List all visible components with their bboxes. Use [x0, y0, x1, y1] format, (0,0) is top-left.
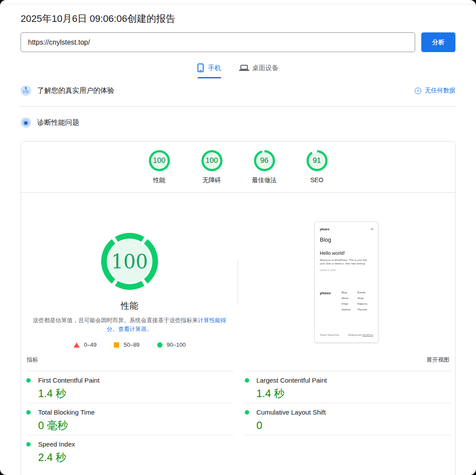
score-value: 100: [205, 156, 218, 165]
thumb-footer-brand: ylsseo: [320, 291, 342, 311]
metric-name: First Contentful Paint: [38, 376, 99, 385]
diagnose-section-header: 诊断性能问题: [21, 107, 455, 128]
legend-pass: 90–100: [157, 341, 186, 348]
thumb-link: Authors: [342, 308, 357, 311]
thumb-footer-links-col2: Events Shop Patterns Themes: [357, 291, 373, 311]
thumb-excerpt: Welcome to WordPress. This is your first…: [320, 258, 373, 265]
thumb-footer-links-col1: Blog About FAQs Authors: [342, 291, 357, 311]
score-label: SEO: [310, 176, 324, 184]
diagnose-icon: [21, 117, 31, 128]
analyze-button[interactable]: 分析: [421, 32, 455, 52]
tab-desktop-label: 桌面设备: [252, 64, 279, 72]
no-data-link[interactable]: i 无任何数据: [415, 87, 455, 95]
expand-view-link[interactable]: 展开视图: [427, 356, 449, 364]
score-label: 最佳做法: [252, 176, 277, 184]
metrics-grid: First Contentful Paint 1.4 秒 Total Block…: [21, 371, 455, 467]
red-triangle-icon: [74, 342, 80, 348]
disclaimer-text: 这些都是估算值，且可能会因时而异。系统会直接基于这些指标来: [33, 317, 198, 324]
metric-value: 0: [257, 419, 452, 432]
thumb-link: Shop: [357, 297, 373, 299]
green-circle-icon: [157, 342, 162, 348]
score-ring: 91: [307, 150, 328, 171]
diagnose-title: 诊断性能问题: [37, 118, 79, 127]
green-dot-icon: [245, 378, 249, 383]
thumb-site-brand: ylsseo: [320, 228, 329, 231]
score-performance[interactable]: 100 性能: [149, 150, 170, 184]
performance-gauge-column: 100 性能 这些都是估算值，且可能会因时而异。系统会直接基于这些指标来计算性能…: [21, 193, 238, 348]
thumb-link: About: [342, 297, 357, 299]
metric-value: 0 毫秒: [38, 419, 233, 432]
legend-fail: 0–49: [74, 341, 97, 348]
thumb-link: FAQs: [342, 303, 357, 305]
field-data-title: 了解您的真实用户的体验: [37, 86, 114, 95]
thumb-bottom-bar: Twenty Twenty-Five Designed with WordPre…: [320, 334, 373, 336]
metric-fcp: First Contentful Paint 1.4 秒: [26, 371, 233, 403]
score-ring: 100: [149, 150, 170, 171]
score-ring: 96: [254, 150, 275, 171]
tab-mobile[interactable]: 手机: [197, 63, 221, 78]
metric-speed-index: Speed Index 2.4 秒: [26, 435, 233, 467]
top-divider: [0, 0, 476, 4]
laptop-icon: [240, 65, 248, 70]
score-legend: 0–49 50–89 90–100: [74, 341, 186, 348]
thumb-theme-name: Twenty Twenty-Five: [320, 334, 339, 336]
legend-average: 50–89: [114, 341, 139, 348]
screenshot-column: ylsseo ≡ Blog Hello world! Welcome to Wo…: [238, 193, 455, 348]
calculator-link[interactable]: 查看计算器。: [118, 326, 152, 332]
score-seo[interactable]: 91 SEO: [307, 150, 328, 184]
no-data-label: 无任何数据: [425, 87, 455, 95]
orange-square-icon: [114, 342, 119, 348]
metrics-left-column: First Contentful Paint 1.4 秒 Total Block…: [26, 371, 233, 467]
thumb-heading: Blog: [320, 236, 373, 243]
thumb-date: October 6, 2025: [320, 269, 373, 271]
green-dot-icon: [26, 378, 31, 383]
thumb-link: Events: [357, 291, 373, 294]
green-dot-icon: [26, 410, 31, 415]
tab-desktop[interactable]: 桌面设备: [240, 63, 279, 78]
metric-name: Largest Contentful Paint: [257, 376, 327, 385]
device-tabs: 手机 桌面设备: [21, 63, 455, 78]
score-best-practices[interactable]: 96 最佳做法: [254, 150, 275, 184]
score-value: 100: [153, 156, 165, 165]
thumb-link: Blog: [342, 291, 357, 294]
url-input[interactable]: [21, 32, 415, 52]
gauge-label: 性能: [121, 299, 138, 312]
tab-mobile-label: 手机: [208, 64, 221, 72]
score-value: 96: [260, 156, 268, 165]
performance-gauge: 100: [101, 233, 158, 290]
metric-name: Total Blocking Time: [38, 408, 95, 417]
field-data-section-header: 了解您的真实用户的体验 i 无任何数据: [21, 78, 455, 103]
score-label: 性能: [153, 176, 166, 184]
metric-tbt: Total Blocking Time 0 毫秒: [26, 403, 233, 435]
metrics-header-label: 指标: [27, 356, 38, 364]
metric-value: 1.4 秒: [257, 387, 452, 400]
green-dot-icon: [245, 410, 249, 415]
legend-range: 50–89: [123, 341, 139, 348]
metric-value: 2.4 秒: [38, 451, 233, 464]
metric-cls: Cumulative Layout Shift 0: [245, 403, 452, 435]
score-accessibility[interactable]: 100 无障碍: [201, 150, 222, 184]
column-divider: [238, 261, 238, 303]
green-dot-icon: [26, 442, 31, 447]
metric-name: Cumulative Layout Shift: [257, 408, 326, 417]
hamburger-menu-icon: ≡: [371, 227, 373, 231]
page-title: 2025年10月6日 09:06:06创建的报告: [21, 12, 455, 25]
thumb-designed-with: Designed with WordPress: [348, 334, 373, 336]
metric-value: 1.4 秒: [38, 387, 233, 400]
gauge-score-value: 100: [111, 250, 148, 273]
legend-range: 90–100: [167, 341, 186, 348]
thumb-post-title: Hello world!: [320, 250, 373, 256]
thumb-footer: ylsseo Blog About FAQs Authors Events Sh…: [320, 291, 373, 311]
score-disclaimer: 这些都是估算值，且可能会因时而异。系统会直接基于这些指标来计算性能得分。查看计算…: [31, 316, 228, 334]
active-tab-underline: [197, 77, 221, 78]
score-ring: 100: [201, 150, 222, 171]
page-screenshot-thumbnail: ylsseo ≡ Blog Hello world! Welcome to Wo…: [314, 222, 378, 343]
score-value: 91: [313, 156, 321, 165]
pagespeed-report-window: 2025年10月6日 09:06:06创建的报告 分析 手机 桌面设备: [0, 0, 476, 475]
metric-name: Speed Index: [38, 440, 75, 449]
thumb-link: Patterns: [357, 303, 373, 305]
field-data-icon: [21, 85, 31, 96]
lighthouse-report-card: 100 性能 100 无障碍 96 最佳做法: [21, 141, 455, 475]
info-icon: i: [415, 88, 421, 94]
metric-lcp: Largest Contentful Paint 1.4 秒: [245, 371, 452, 403]
